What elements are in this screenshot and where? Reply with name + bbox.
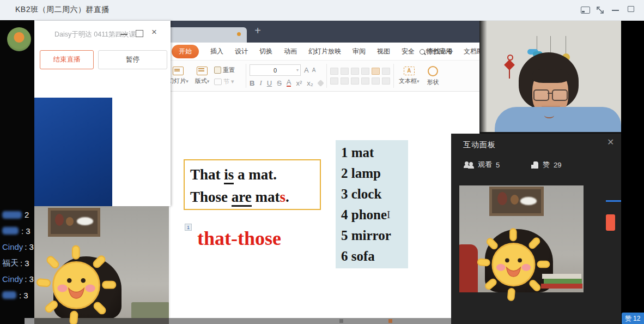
- subscript-button[interactable]: x₂: [307, 79, 313, 87]
- end-live-button[interactable]: 结束直播: [40, 50, 94, 69]
- text-direction-icon[interactable]: [382, 68, 390, 75]
- menu-review[interactable]: 审阅: [353, 47, 366, 56]
- toolbar-separator: [326, 64, 327, 88]
- menu-design[interactable]: 设计: [235, 47, 248, 56]
- align-left-icon[interactable]: [330, 77, 338, 85]
- menu-insert[interactable]: 插入: [210, 47, 223, 56]
- bullet-list-icon[interactable]: [330, 68, 338, 75]
- viewers-stat: 观看 5: [464, 160, 500, 170]
- chinese-knot-decoration: [507, 55, 513, 61]
- indent-decrease-icon[interactable]: [351, 68, 359, 75]
- panel-title: 互动面板: [463, 140, 496, 150]
- menu-view[interactable]: 视图: [377, 47, 390, 56]
- italic-button[interactable]: I: [259, 79, 262, 87]
- person-fringe: [532, 69, 568, 83]
- taskbar-app-icon[interactable]: [339, 319, 343, 323]
- align-center-icon[interactable]: [341, 77, 349, 85]
- panel-side-button[interactable]: [606, 214, 615, 231]
- superscript-button[interactable]: x²: [296, 79, 302, 87]
- chat-message: : 3: [2, 287, 68, 304]
- sentence-line-2: Those are mats.: [190, 186, 320, 208]
- justify-icon[interactable]: [361, 77, 369, 85]
- reset-icon: [214, 67, 221, 74]
- taskbar-app-icon[interactable]: [388, 319, 392, 323]
- increase-font-icon[interactable]: A: [304, 66, 309, 74]
- decrease-font-icon[interactable]: A: [312, 67, 316, 73]
- scroll-indicator: [606, 200, 621, 202]
- minimize-icon[interactable]: [120, 34, 127, 35]
- chat-panel-toggle-icon[interactable]: [581, 7, 590, 14]
- avatar[interactable]: [7, 27, 31, 51]
- close-icon[interactable]: ×: [151, 27, 157, 38]
- vocab-item: 6 sofa: [341, 246, 408, 267]
- line-spacing-icon[interactable]: [372, 77, 380, 85]
- interaction-panel: 互动面板 ✕ 观看 5 赞 29: [451, 134, 621, 324]
- menu-security[interactable]: 安全: [402, 47, 415, 56]
- find-command-search[interactable]: 查找命令: [420, 47, 453, 56]
- slide-vocab-list: 1 mat 2 lamp 3 clock 4 phoneI 5 mirror 6…: [336, 140, 408, 268]
- textbox-button[interactable]: A 文本框▾: [397, 61, 421, 91]
- teacher-webcam-video: [479, 21, 621, 136]
- animation-order-badge: 1: [185, 224, 192, 231]
- menu-home[interactable]: 开始: [172, 45, 199, 58]
- glasses: [548, 93, 552, 94]
- like-count-badge[interactable]: 赞 12: [622, 313, 644, 324]
- toolbar-separator: [393, 64, 394, 88]
- shrink-text-icon[interactable]: [382, 77, 390, 85]
- minimize-icon[interactable]: [612, 10, 619, 11]
- maximize-icon[interactable]: [136, 30, 143, 37]
- font-size-input[interactable]: 0: [250, 64, 301, 76]
- wps-presentation-window: + 开始 插入 设计 切换 动画 幻灯片放映 审阅 视图 安全 特色应用 文档助…: [165, 21, 479, 318]
- sentence-line-1: That is a mat.: [190, 164, 320, 186]
- chat-message: 福天 : 3: [2, 255, 68, 272]
- numbered-list-icon[interactable]: [341, 68, 349, 75]
- underline-button[interactable]: U: [267, 79, 272, 87]
- font-color-button[interactable]: A: [287, 79, 291, 87]
- align-right-icon[interactable]: [351, 77, 359, 85]
- likes-count: 29: [554, 161, 561, 169]
- indent-increase-icon[interactable]: [361, 68, 369, 75]
- menu-animation[interactable]: 动画: [284, 47, 297, 56]
- menu-slideshow[interactable]: 幻灯片放映: [308, 47, 341, 56]
- reset-button[interactable]: 重置: [214, 66, 242, 74]
- pause-button[interactable]: 暂停: [98, 50, 167, 69]
- viewers-label: 观看: [478, 160, 492, 170]
- vocab-item: 5 mirror: [341, 225, 408, 246]
- picture-frame: [489, 187, 544, 216]
- fullscreen-expand-icon[interactable]: [596, 6, 604, 14]
- layout-button[interactable]: 版式▾: [190, 61, 214, 91]
- menu-transition[interactable]: 切换: [259, 47, 272, 56]
- close-icon[interactable]: ✕: [607, 137, 614, 147]
- shadow: [479, 21, 487, 136]
- vocab-item: 4 phoneI: [341, 205, 408, 225]
- strikethrough-button[interactable]: S: [277, 79, 282, 87]
- slide-sentence-box: That is a mat. Those are mats.: [184, 159, 321, 210]
- bold-button[interactable]: B: [250, 79, 254, 87]
- section-button[interactable]: 节▾: [214, 77, 242, 86]
- likes-label: 赞: [543, 160, 550, 170]
- stream-preview-placeholder: [34, 98, 112, 206]
- chat-message: Cindy : 3: [2, 271, 68, 287]
- likes-stat: 赞 29: [531, 160, 561, 170]
- chat-message: 2: [2, 207, 68, 223]
- vocab-item: 3 clock: [341, 184, 408, 205]
- slide-keyword: that-those: [197, 227, 281, 250]
- blurred-username: [2, 291, 16, 299]
- section-icon: [214, 79, 222, 85]
- columns-icon[interactable]: [372, 68, 380, 75]
- viewers-count: 5: [496, 161, 500, 169]
- chat-message: : 3: [2, 223, 68, 239]
- chat-message: Cindy : 3: [2, 239, 68, 255]
- shape-button[interactable]: 形状: [421, 61, 445, 91]
- chinese-knot-decoration: [509, 70, 510, 79]
- toolbar-separator: [246, 64, 246, 88]
- clear-format-icon[interactable]: [317, 80, 324, 87]
- restore-window-icon[interactable]: [628, 6, 634, 12]
- new-tab-button[interactable]: +: [251, 23, 264, 38]
- thumbs-up-icon: [531, 161, 539, 169]
- document-tab[interactable]: [165, 27, 247, 43]
- chat-messages: 2 : 3 Cindy : 3 福天 : 3 Cindy : 3 : 3: [2, 207, 68, 303]
- text-cursor: I: [387, 209, 390, 220]
- wps-tab-bar: +: [165, 21, 479, 43]
- glasses: [552, 89, 568, 101]
